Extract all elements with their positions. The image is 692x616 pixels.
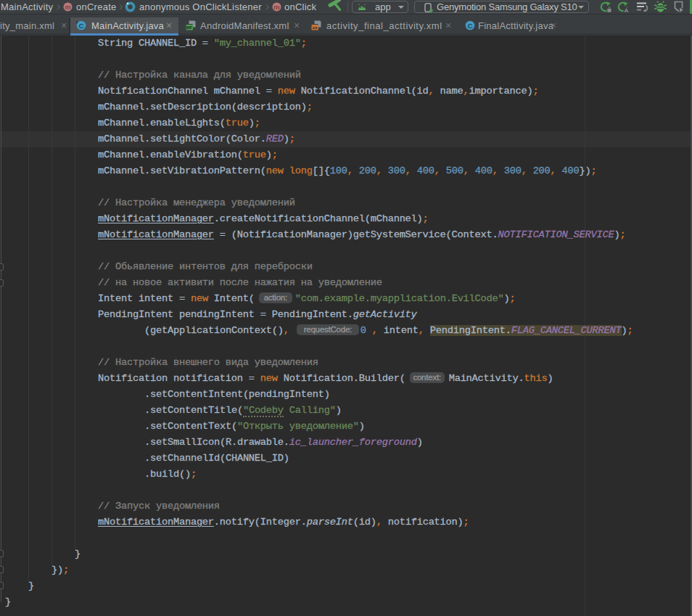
- svg-text:MF: MF: [186, 25, 193, 30]
- svg-text:m: m: [273, 3, 279, 11]
- svg-text:C: C: [78, 22, 83, 30]
- svg-text:cx: cx: [313, 25, 318, 30]
- svg-text:C: C: [467, 22, 472, 30]
- svg-text:A: A: [625, 7, 629, 13]
- svg-text:m: m: [65, 3, 70, 11]
